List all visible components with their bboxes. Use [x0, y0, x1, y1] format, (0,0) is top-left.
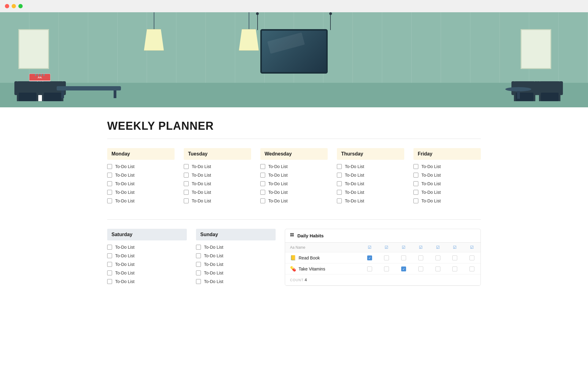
habit-checkbox[interactable]: [469, 255, 474, 260]
habit-row: 📒Read Book: [285, 252, 481, 263]
todo-checkbox[interactable]: [337, 164, 342, 169]
todo-checkbox[interactable]: [107, 173, 112, 178]
todo-checkbox[interactable]: [107, 262, 112, 267]
todo-checkbox[interactable]: [196, 279, 201, 284]
habits-data-table: Aa Name ☑ ☑ ☑ ☑ ☑ ☑ ☑ 📒Read Book💊Take Vi…: [285, 243, 481, 286]
habit-checkbox[interactable]: [469, 266, 474, 271]
todo-checkbox[interactable]: [337, 173, 342, 178]
habit-check-0-3[interactable]: [412, 252, 429, 263]
habit-check-1-5[interactable]: [446, 263, 463, 274]
habit-checkbox[interactable]: [367, 266, 372, 271]
habit-check-1-0[interactable]: [361, 263, 378, 274]
col-check-6: ☑: [446, 243, 463, 252]
todo-checkbox[interactable]: [337, 198, 342, 203]
habit-check-1-3[interactable]: [412, 263, 429, 274]
todo-item: To-Do List: [107, 245, 187, 250]
habit-checkbox[interactable]: [401, 255, 406, 260]
grid-icon: [290, 233, 295, 239]
habit-checkbox[interactable]: [401, 266, 406, 271]
habit-check-1-4[interactable]: [429, 263, 447, 274]
habit-checkbox[interactable]: [384, 266, 389, 271]
habit-check-0-5[interactable]: [446, 252, 463, 263]
todo-checkbox[interactable]: [107, 181, 112, 186]
titlebar: [0, 0, 588, 12]
weekday-grid: MondayTo-Do ListTo-Do ListTo-Do ListTo-D…: [107, 148, 481, 207]
minimize-button[interactable]: [12, 4, 16, 8]
todo-checkbox[interactable]: [184, 173, 189, 178]
close-button[interactable]: [5, 4, 9, 8]
todo-label: To-Do List: [115, 253, 134, 258]
habit-checkbox[interactable]: [384, 255, 389, 260]
todo-checkbox[interactable]: [413, 173, 418, 178]
todo-checkbox[interactable]: [260, 190, 265, 195]
todo-item: To-Do List: [196, 262, 276, 267]
divider-top: [107, 139, 481, 139]
todo-checkbox[interactable]: [196, 270, 201, 275]
habit-name-label: Take Vitamins: [299, 266, 325, 271]
maximize-button[interactable]: [18, 4, 23, 8]
habit-checkbox[interactable]: [435, 255, 440, 260]
todo-checkbox[interactable]: [107, 190, 112, 195]
habit-check-1-6[interactable]: [463, 263, 481, 274]
count-number: 4: [305, 278, 307, 282]
todo-checkbox[interactable]: [107, 253, 112, 258]
todo-label: To-Do List: [345, 190, 364, 195]
todo-item: To-Do List: [107, 279, 187, 284]
todo-checkbox[interactable]: [107, 164, 112, 169]
col-check-1: ☑: [361, 243, 378, 252]
habit-checkbox[interactable]: [367, 255, 372, 260]
todo-label: To-Do List: [421, 181, 441, 186]
habit-checkbox[interactable]: [452, 266, 457, 271]
table-right: [505, 87, 531, 91]
habit-checkbox[interactable]: [452, 255, 457, 260]
todo-checkbox[interactable]: [107, 279, 112, 284]
habit-check-0-1[interactable]: [378, 252, 395, 263]
habit-check-1-1[interactable]: [378, 263, 395, 274]
todo-checkbox[interactable]: [413, 164, 418, 169]
todo-checkbox[interactable]: [107, 198, 112, 203]
todo-label: To-Do List: [115, 164, 134, 169]
todo-checkbox[interactable]: [260, 198, 265, 203]
todo-checkbox[interactable]: [337, 190, 342, 195]
todo-checkbox[interactable]: [196, 245, 201, 250]
habit-checkbox[interactable]: [418, 266, 423, 271]
todo-label: To-Do List: [268, 190, 288, 195]
day-header-wednesday: Wednesday: [260, 148, 328, 160]
col-name-header: Aa Name: [285, 243, 361, 252]
todo-item: To-Do List: [107, 270, 187, 275]
todo-checkbox[interactable]: [184, 181, 189, 186]
day-header-friday: Friday: [413, 148, 481, 160]
todo-checkbox[interactable]: [413, 190, 418, 195]
day-column-saturday: SaturdayTo-Do ListTo-Do ListTo-Do ListTo…: [107, 229, 187, 288]
todo-label: To-Do List: [192, 173, 211, 178]
todo-checkbox[interactable]: [413, 198, 418, 203]
furniture-left: [17, 81, 63, 101]
todo-checkbox[interactable]: [260, 164, 265, 169]
habit-row: 💊Take Vitamins: [285, 263, 481, 274]
habit-check-0-2[interactable]: [395, 252, 412, 263]
todo-checkbox[interactable]: [184, 164, 189, 169]
day-column-thursday: ThursdayTo-Do ListTo-Do ListTo-Do ListTo…: [337, 148, 404, 207]
habit-check-1-2[interactable]: [395, 263, 412, 274]
todo-checkbox[interactable]: [107, 245, 112, 250]
svg-rect-3: [292, 235, 294, 236]
day-header-monday: Monday: [107, 148, 175, 160]
todo-checkbox[interactable]: [413, 181, 418, 186]
todo-checkbox[interactable]: [260, 181, 265, 186]
todo-checkbox[interactable]: [196, 253, 201, 258]
habit-check-0-4[interactable]: [429, 252, 447, 263]
todo-checkbox[interactable]: [184, 198, 189, 203]
habit-check-0-0[interactable]: [361, 252, 378, 263]
habit-check-0-6[interactable]: [463, 252, 481, 263]
todo-checkbox[interactable]: [337, 181, 342, 186]
todo-checkbox[interactable]: [184, 190, 189, 195]
habit-checkbox[interactable]: [418, 255, 423, 260]
todo-label: To-Do List: [345, 164, 364, 169]
todo-checkbox[interactable]: [196, 262, 201, 267]
todo-checkbox[interactable]: [107, 270, 112, 275]
todo-item: To-Do List: [337, 190, 404, 195]
todo-label: To-Do List: [115, 262, 134, 267]
habit-checkbox[interactable]: [435, 266, 440, 271]
todo-checkbox[interactable]: [260, 173, 265, 178]
todo-label: To-Do List: [268, 173, 288, 178]
